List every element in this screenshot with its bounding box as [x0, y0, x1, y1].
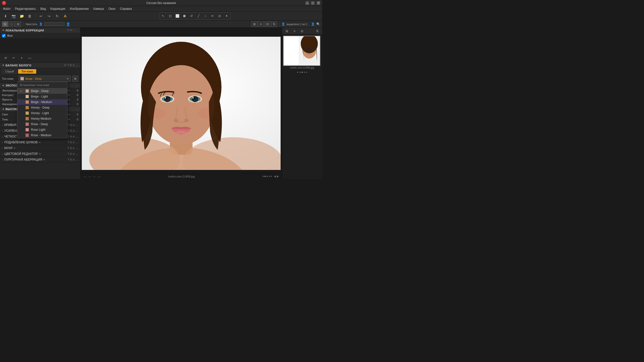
dropdown-item-beige-deep[interactable]: ✓ Beige - Deep [17, 88, 67, 94]
minimize-button[interactable]: — [306, 1, 309, 5]
sort-btn[interactable]: ⇅ [271, 21, 277, 27]
brush-tool[interactable]: ✏ [209, 13, 216, 19]
color-editor-section[interactable]: › ЦВЕТОВОЙ РЕДАКТОР ✏ ? ⎘ ≡ … [0, 151, 80, 157]
noise-section[interactable]: › ПОДАВЛЕНИЕ ШУМОВ ✏ ? ⎘ ≡ … [0, 140, 80, 145]
filmstrip-grid-btn[interactable]: ⊞ [284, 28, 290, 34]
camera-button[interactable]: 📷 [10, 13, 17, 20]
dropdown-item-beige-light[interactable]: Beige - Light [17, 94, 67, 99]
crop-tool[interactable]: ⬜ [174, 13, 181, 19]
image-container[interactable] [81, 28, 282, 179]
more-aber[interactable]: … [75, 158, 78, 161]
more-icon-exp[interactable]: … [75, 84, 78, 87]
menu-view[interactable]: Вид [38, 7, 48, 11]
single-view-btn[interactable]: □ [9, 21, 15, 27]
more-sharp[interactable]: … [75, 129, 78, 132]
menu-noise[interactable]: ≡ [73, 141, 74, 144]
menu-aber[interactable]: ≡ [73, 158, 74, 161]
menu-color[interactable]: ≡ [73, 152, 74, 155]
help-icon-wb[interactable]: ? [67, 64, 69, 67]
layer-fon-checkbox[interactable] [2, 34, 6, 37]
maximize-button[interactable]: □ [311, 1, 315, 5]
more-noise[interactable]: … [75, 141, 78, 144]
straighten-tool[interactable]: ⬟ [181, 13, 188, 19]
dropdown-item-honey-medium[interactable]: Honey Medium [17, 116, 67, 121]
pencil-icon-wb[interactable]: ✏ [64, 64, 66, 67]
menu-curves[interactable]: ≡ [73, 123, 74, 126]
compare-view-btn[interactable]: ⊟ [15, 21, 21, 27]
filmstrip-sort-btn[interactable]: ⇅ [314, 28, 321, 34]
dropdown-item-honey-deep[interactable]: Honey - Deep [17, 105, 67, 110]
copy-curves[interactable]: ⎘ [70, 123, 72, 126]
help-color[interactable]: ? [67, 152, 69, 155]
grid-view-btn[interactable]: ⊞ [2, 21, 8, 27]
menu-edit[interactable]: Редактировать [13, 7, 38, 11]
copy-noise[interactable]: ⎘ [70, 141, 72, 144]
more-icon-hd[interactable]: … [75, 108, 78, 111]
redo-button[interactable]: ↪ [46, 13, 53, 20]
local-tool-add[interactable]: + [18, 54, 25, 61]
local-tool-1[interactable]: ⇄ [2, 54, 9, 61]
copy-color[interactable]: ⎘ [70, 152, 72, 155]
help-sharp[interactable]: ? [67, 129, 69, 132]
dropdown-item-honey-light[interactable]: Honey - Light [17, 110, 67, 116]
menu-corrections[interactable]: Коррекции [48, 7, 67, 11]
more-moire[interactable]: … [75, 147, 78, 150]
line-tool[interactable]: ╱ [195, 13, 202, 19]
arrow-icon-local[interactable]: ↑ [73, 29, 75, 32]
prev-btn[interactable]: ◀ [274, 175, 276, 178]
filmstrip-info-btn[interactable]: ⊟ [299, 28, 305, 34]
fit-slider[interactable] [44, 22, 64, 26]
skin-tone-select[interactable]: Beige - Deep ▼ [19, 76, 71, 82]
copy-icon-wb[interactable]: ⎘ [70, 64, 72, 67]
dropdown-item-rose-light[interactable]: Rose Light [17, 127, 67, 132]
folder-button[interactable]: 📁 [18, 13, 25, 20]
filmstrip-list-btn[interactable]: ≡ [291, 28, 298, 34]
local-corrections-header[interactable]: ▼ ЛОКАЛЬНЫЕ КОРРЕКЦИИ ? ✏ ↑ … [0, 28, 80, 33]
arrow-tool[interactable]: ↖ [160, 13, 167, 19]
help-icon-local[interactable]: ? [67, 29, 69, 32]
layer-fon[interactable]: Фон [0, 33, 80, 38]
filmstrip-item-1[interactable]: luxfon.com-21458.jpg [282, 35, 322, 71]
more-curves[interactable]: … [75, 123, 78, 126]
local-tool-2[interactable]: ✏ [10, 54, 17, 61]
dropdown-item-beige-medium[interactable]: Beige - Medium [17, 99, 67, 105]
wb-tab-skin[interactable]: Тон кожи [18, 69, 36, 74]
rotate-button[interactable]: ↻ [54, 13, 61, 20]
wb-tab-gray[interactable]: Серый [2, 69, 17, 74]
more-icon-local[interactable]: … [75, 29, 78, 32]
eyedropper-btn[interactable]: ⊕ [72, 76, 78, 82]
help-clarity[interactable]: ? [67, 135, 69, 138]
more-color[interactable]: … [75, 152, 78, 155]
help-moire[interactable]: ? [67, 147, 69, 150]
menu-icon-wb[interactable]: ≡ [73, 64, 74, 67]
list-btn[interactable]: ≡ [258, 21, 264, 27]
more-icon-wb[interactable]: … [75, 64, 78, 67]
next-btn[interactable]: ▶ [277, 175, 279, 178]
menu-moire[interactable]: ≡ [73, 147, 74, 150]
copy-clarity[interactable]: ⎘ [70, 135, 72, 138]
pencil-icon-local[interactable]: ✏ [70, 29, 72, 32]
menu-help[interactable]: Справка [118, 7, 134, 11]
import-button[interactable]: ⬇ [2, 13, 9, 20]
help-noise[interactable]: ? [67, 141, 69, 144]
wb-header[interactable]: ▼ БАЛАНС БЕЛОГО ✏ ? ⎘ ≡ … [0, 63, 80, 68]
copy-aber[interactable]: ⎘ [70, 158, 72, 161]
info-btn[interactable]: ⊟ [264, 21, 271, 27]
copy-moire[interactable]: ⎘ [70, 147, 72, 150]
rotate-tool[interactable]: ↺ [188, 13, 195, 19]
menu-clarity[interactable]: ≡ [73, 135, 74, 138]
clone-tool[interactable]: ⊘ [216, 13, 223, 19]
more-clarity[interactable]: … [75, 135, 78, 138]
moire-section[interactable]: › МУАР ✏ ? ⎘ ≡ … [0, 145, 80, 151]
menu-window[interactable]: Окно [106, 7, 118, 11]
filmstrip-btn[interactable]: ⊞ [251, 21, 257, 27]
copy-sharp[interactable]: ⎘ [70, 129, 72, 132]
help-aber[interactable]: ? [67, 158, 69, 161]
transform-tool[interactable]: ⊡ [167, 13, 174, 19]
delete-button[interactable]: 🗑 [26, 13, 33, 20]
ellipse-tool[interactable]: ○ [202, 13, 209, 19]
help-curves[interactable]: ? [67, 123, 69, 126]
close-button[interactable]: ✕ [317, 1, 320, 5]
undo-button[interactable]: ↩ [37, 13, 45, 20]
healing-tool[interactable]: ✦ [223, 13, 230, 19]
